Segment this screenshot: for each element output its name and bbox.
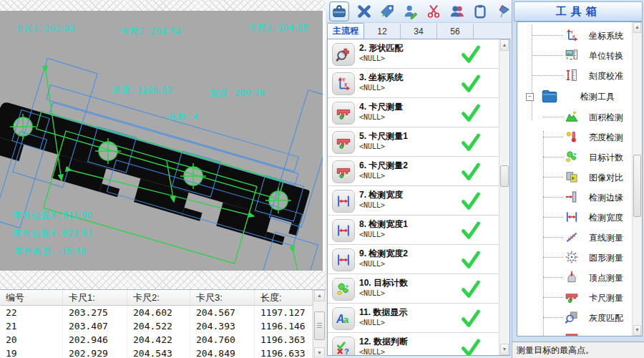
tag-button[interactable]: [379, 3, 396, 20]
tree-item-刻度校准[interactable]: 刻度校准: [517, 65, 633, 85]
step-title: 9. 检测宽度2: [359, 248, 408, 260]
tree-item-顶点测量[interactable]: 顶点测量: [517, 267, 633, 287]
camera-image[interactable]: 卡尺1: 202.93 卡尺2: 204.54 卡尺3: 204.85 长度: …: [0, 11, 323, 271]
caliper-icon: [336, 164, 351, 180]
step-icon-frame: [332, 43, 355, 66]
tree-item-检测工具[interactable]: −检测工具: [517, 85, 633, 107]
tab-主流程[interactable]: 主流程: [327, 23, 364, 39]
delete-button[interactable]: [356, 3, 372, 20]
tree-item-面积检测[interactable]: 面积检测: [517, 107, 633, 127]
users-button[interactable]: [449, 3, 465, 20]
step-title: 6. 卡尺测量2: [359, 160, 408, 172]
column-header[interactable]: 编号: [0, 290, 63, 305]
flag-icon: [495, 4, 511, 19]
tree-item-目标计数[interactable]: 目标计数: [517, 147, 633, 167]
svg-text:X: X: [344, 82, 348, 87]
gray-match-icon: [565, 310, 579, 324]
steps-scrollbar[interactable]: ▲ ▼: [499, 39, 509, 355]
tree-item-灰度匹配[interactable]: 灰度匹配: [517, 307, 633, 327]
step-item[interactable]: 10. 目标计数<NULL>: [328, 274, 499, 304]
column-header[interactable]: 卡尺1:: [63, 290, 127, 305]
step-item[interactable]: 7. 检测宽度<NULL>: [328, 186, 499, 216]
annotation-width: 宽度: 200.28: [210, 87, 265, 100]
step-item[interactable]: 4. 卡尺测量<NULL>: [328, 98, 499, 127]
scrollbar-thumb[interactable]: [500, 165, 509, 187]
clipboard-button[interactable]: [472, 3, 488, 20]
tab-34[interactable]: 34: [401, 24, 437, 39]
table-row[interactable]: 20202.946204.422204.7601196.363: [0, 333, 313, 347]
pass-check-icon: [461, 44, 481, 63]
svg-text:X: X: [572, 34, 575, 39]
toolbox-panel: 工具箱 YX坐标系统单位转换刻度校准−检测工具面积检测亮度检测目标计数图像对比检…: [512, 0, 644, 358]
tree-item-坐标系统[interactable]: YX坐标系统: [517, 25, 633, 45]
tree-item-label: 面积检测: [589, 112, 623, 124]
tree-item-亮度检测[interactable]: 亮度检测: [517, 127, 633, 147]
step-item[interactable]: 8. 检测宽度1<NULL>: [328, 216, 499, 245]
tree-connector: [543, 257, 563, 258]
pass-check-icon: [461, 132, 481, 151]
shape-match-icon: [336, 47, 351, 62]
step-item[interactable]: 6. 卡尺测量2<NULL>: [328, 157, 499, 186]
width-icon: [565, 210, 579, 224]
scroll-up-icon[interactable]: ▲: [633, 22, 641, 33]
table-row[interactable]: 21203.407204.522204.3931196.146: [0, 319, 313, 333]
svg-text:?: ?: [344, 347, 349, 355]
table-cell: 202.946: [63, 333, 127, 347]
tree-connector: [543, 137, 563, 137]
tree-item-直线测量[interactable]: 直线测量: [517, 227, 633, 247]
scrollbar-thumb[interactable]: [314, 311, 325, 340]
clipboard-icon: [472, 4, 488, 19]
table-cell: 204.602: [127, 306, 190, 319]
image-viewer[interactable]: 卡尺1: 202.93 卡尺2: 204.54 卡尺3: 204.85 长度: …: [0, 0, 326, 289]
tree-connector: [543, 177, 563, 178]
tree-item-检测边缘[interactable]: 检测边缘: [517, 187, 633, 207]
tree-item[interactable]: [517, 327, 633, 336]
step-item[interactable]: Aa11. 数据显示<NULL>: [328, 304, 499, 333]
column-header[interactable]: 长度:: [255, 290, 313, 305]
column-header[interactable]: 卡尺3:: [190, 290, 255, 305]
tree-item-单位转换[interactable]: 单位转换: [517, 45, 633, 65]
table-cell: 20: [0, 333, 63, 347]
flag-button[interactable]: [495, 3, 512, 20]
step-subtitle: <NULL>: [359, 231, 385, 238]
scissors-button[interactable]: [425, 3, 441, 20]
scroll-up-icon[interactable]: ▲: [314, 290, 325, 301]
step-item[interactable]: YX3. 坐标系统<NULL>: [328, 69, 499, 98]
step-title: 10. 目标计数: [359, 277, 408, 289]
tree-expander[interactable]: −: [526, 93, 534, 101]
table-row[interactable]: 19202.929204.543204.8491196.633: [0, 347, 313, 358]
tree-item-图像对比[interactable]: 图像对比: [517, 167, 633, 187]
scroll-down-icon[interactable]: ▼: [500, 344, 509, 355]
tree-item-检测宽度[interactable]: 检测宽度: [517, 207, 633, 227]
tab-12[interactable]: 12: [364, 24, 401, 39]
column-header[interactable]: 卡尺2:: [127, 290, 190, 305]
scrollbar-thumb[interactable]: [633, 155, 641, 217]
annotation-caliper2: 卡尺2: 204.54: [120, 26, 181, 38]
tree-item-label: 刻度校准: [589, 70, 623, 82]
step-subtitle: <NULL>: [359, 84, 385, 92]
tab-56[interactable]: 56: [437, 24, 474, 39]
tree-item-label: 检测宽度: [589, 212, 623, 224]
step-item[interactable]: 9. 检测宽度2<NULL>: [328, 245, 499, 274]
tree-item-圆形测量[interactable]: 圆形测量: [517, 247, 633, 267]
toolbox-icon: [331, 4, 347, 19]
step-item[interactable]: 5. 卡尺测量1<NULL>: [328, 127, 499, 157]
tree-item-卡尺测量[interactable]: 卡尺测量: [517, 287, 633, 307]
edit-user-button[interactable]: [402, 3, 419, 20]
tree-scrollbar[interactable]: ▲ ▼: [632, 22, 642, 336]
circle-measure-icon: [565, 250, 579, 264]
scissors-icon: [426, 4, 441, 19]
tree-connector: [532, 75, 563, 76]
caliper-icon: [565, 290, 579, 304]
vertex-measure-icon: [565, 270, 579, 284]
toolbox-button[interactable]: [329, 1, 349, 21]
scroll-up-icon[interactable]: ▲: [500, 39, 509, 51]
step-item[interactable]: 2. 形状匹配<NULL>: [328, 39, 499, 69]
scroll-down-icon[interactable]: ▼: [633, 325, 641, 336]
step-item[interactable]: ?12. 数据判断<NULL>: [328, 333, 499, 355]
pass-check-icon: [461, 103, 481, 122]
scroll-down-icon[interactable]: ▼: [314, 347, 325, 358]
table-row[interactable]: 22203.275204.602204.5671197.127: [0, 306, 313, 319]
table-scrollbar[interactable]: ▲ ▼: [313, 290, 326, 358]
scale-calibration-icon: [565, 68, 579, 82]
